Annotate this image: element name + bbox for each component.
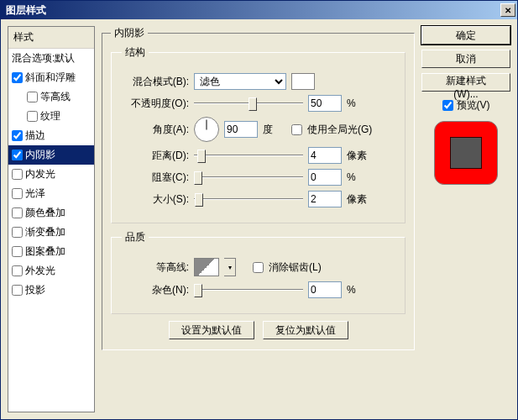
sidebar-header: 样式	[8, 27, 94, 49]
drop-shadow-checkbox[interactable]	[12, 285, 23, 296]
opacity-slider[interactable]	[194, 95, 303, 112]
contour-dropdown-icon[interactable]: ▾	[224, 258, 236, 276]
action-panel: 确定 取消 新建样式(W)... 预览(V)	[421, 26, 510, 412]
noise-input[interactable]	[308, 281, 342, 298]
bevel-checkbox[interactable]	[12, 72, 23, 83]
choke-input[interactable]	[308, 169, 342, 186]
opacity-unit: %	[347, 97, 370, 109]
cancel-button[interactable]: 取消	[421, 50, 510, 68]
quality-group: 品质 等高线: ▾ 消除锯齿(L) 杂色(N): %	[111, 230, 406, 314]
stroke-checkbox[interactable]	[12, 130, 23, 141]
angle-dial[interactable]	[194, 117, 219, 142]
opacity-label: 不透明度(O):	[122, 97, 189, 111]
close-icon[interactable]: ✕	[500, 3, 515, 17]
sidebar-item-inner-shadow[interactable]: 内阴影	[8, 145, 94, 165]
inner-glow-checkbox[interactable]	[12, 169, 23, 180]
contour-checkbox[interactable]	[27, 92, 38, 102]
style-list: 样式 混合选项:默认 斜面和浮雕 等高线 纹理 描边 内阴影 内发光 光泽 颜色…	[8, 26, 95, 412]
distance-label: 距离(D):	[122, 149, 189, 163]
sidebar-item-color-overlay[interactable]: 颜色叠加	[8, 203, 94, 223]
layer-style-dialog: 图层样式 ✕ 样式 混合选项:默认 斜面和浮雕 等高线 纹理 描边 内阴影 内发…	[0, 0, 518, 420]
angle-label: 角度(A):	[122, 123, 189, 137]
sidebar-item-bevel[interactable]: 斜面和浮雕	[8, 68, 94, 87]
antialias-checkbox[interactable]	[253, 262, 264, 273]
reset-default-button[interactable]: 复位为默认值	[263, 321, 348, 339]
new-style-button[interactable]: 新建样式(W)...	[421, 73, 510, 92]
size-slider[interactable]	[194, 191, 303, 207]
sidebar-item-outer-glow[interactable]: 外发光	[8, 261, 94, 281]
quality-legend: 品质	[122, 230, 149, 244]
choke-label: 阻塞(C):	[122, 171, 189, 185]
sidebar-item-gradient-overlay[interactable]: 渐变叠加	[8, 223, 94, 242]
noise-label: 杂色(N):	[122, 283, 189, 297]
preview-swatch	[434, 121, 498, 185]
blend-mode-label: 混合模式(B):	[122, 75, 189, 89]
size-unit: 像素	[347, 192, 370, 207]
global-light-checkbox[interactable]	[291, 124, 302, 135]
distance-unit: 像素	[347, 149, 370, 163]
texture-checkbox[interactable]	[27, 111, 38, 122]
noise-unit: %	[347, 284, 370, 296]
preview-checkbox[interactable]	[442, 100, 453, 111]
angle-unit: 度	[263, 123, 286, 137]
preview-label: 预览(V)	[457, 98, 490, 113]
antialias-label: 消除锯齿(L)	[269, 260, 322, 275]
satin-checkbox[interactable]	[12, 188, 23, 199]
structure-legend: 结构	[122, 45, 149, 60]
structure-group: 结构 混合模式(B): 滤色 不透明度(O): % 角度(A):	[111, 45, 406, 223]
size-label: 大小(S):	[122, 192, 189, 207]
color-overlay-checkbox[interactable]	[12, 207, 23, 218]
sidebar-item-pattern-overlay[interactable]: 图案叠加	[8, 242, 94, 261]
gradient-overlay-checkbox[interactable]	[12, 227, 23, 238]
sidebar-blend-options[interactable]: 混合选项:默认	[8, 49, 94, 68]
distance-slider[interactable]	[194, 147, 303, 164]
opacity-input[interactable]	[308, 95, 342, 112]
blend-mode-select[interactable]: 滤色	[194, 73, 286, 90]
contour-picker[interactable]	[194, 258, 219, 276]
preview-inner	[450, 137, 482, 169]
size-input[interactable]	[308, 191, 342, 207]
noise-slider[interactable]	[194, 281, 303, 298]
panel-title: 内阴影	[111, 26, 148, 40]
make-default-button[interactable]: 设置为默认值	[169, 321, 254, 339]
angle-input[interactable]	[224, 121, 258, 138]
contour-label: 等高线:	[122, 260, 189, 275]
sidebar-item-contour[interactable]: 等高线	[8, 87, 94, 107]
sidebar-item-stroke[interactable]: 描边	[8, 126, 94, 145]
ok-button[interactable]: 确定	[421, 26, 510, 45]
global-light-label: 使用全局光(G)	[307, 123, 372, 137]
inner-shadow-group: 内阴影 结构 混合模式(B): 滤色 不透明度(O): %	[102, 26, 415, 350]
distance-input[interactable]	[308, 147, 342, 164]
choke-slider[interactable]	[194, 169, 303, 186]
pattern-overlay-checkbox[interactable]	[12, 246, 23, 257]
sidebar-item-satin[interactable]: 光泽	[8, 184, 94, 203]
sidebar-item-drop-shadow[interactable]: 投影	[8, 281, 94, 300]
titlebar[interactable]: 图层样式 ✕	[1, 1, 517, 19]
sidebar-item-texture[interactable]: 纹理	[8, 107, 94, 126]
outer-glow-checkbox[interactable]	[12, 265, 23, 276]
inner-shadow-checkbox[interactable]	[12, 150, 23, 160]
sidebar-item-inner-glow[interactable]: 内发光	[8, 165, 94, 184]
choke-unit: %	[347, 171, 370, 183]
window-title: 图层样式	[6, 3, 46, 18]
color-swatch[interactable]	[291, 73, 315, 90]
settings-panel: 内阴影 结构 混合模式(B): 滤色 不透明度(O): %	[102, 26, 415, 412]
